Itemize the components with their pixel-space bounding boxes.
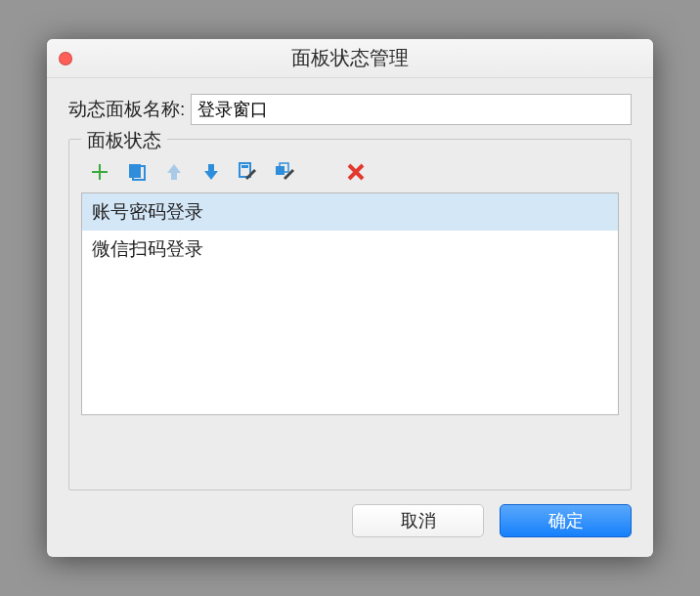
list-item[interactable]: 账号密码登录 xyxy=(82,193,618,231)
close-window-button[interactable] xyxy=(59,52,72,65)
state-toolbar xyxy=(81,151,619,192)
panel-name-label: 动态面板名称: xyxy=(68,97,185,122)
panel-name-row: 动态面板名称: xyxy=(68,94,632,125)
ok-button[interactable]: 确定 xyxy=(500,504,632,537)
list-item-label: 账号密码登录 xyxy=(92,201,203,222)
list-item-label: 微信扫码登录 xyxy=(92,238,203,259)
panel-name-input[interactable] xyxy=(191,94,632,125)
delete-state-icon[interactable] xyxy=(345,161,367,183)
state-list[interactable]: 账号密码登录 微信扫码登录 xyxy=(81,192,619,415)
window-title: 面板状态管理 xyxy=(47,45,653,71)
panel-state-legend: 面板状态 xyxy=(81,128,167,153)
add-state-icon[interactable] xyxy=(89,161,110,183)
list-item[interactable]: 微信扫码登录 xyxy=(82,231,618,268)
titlebar: 面板状态管理 xyxy=(47,39,653,78)
duplicate-state-icon[interactable] xyxy=(126,161,148,183)
traffic-lights xyxy=(59,52,115,65)
panel-state-fieldset: 面板状态 xyxy=(68,139,632,490)
edit-state-icon[interactable] xyxy=(238,161,259,183)
edit-all-states-icon[interactable] xyxy=(275,161,296,183)
svg-rect-3 xyxy=(241,165,248,168)
dialog-footer: 取消 确定 xyxy=(47,490,653,557)
dialog-window: 面板状态管理 动态面板名称: 面板状态 xyxy=(47,39,653,557)
dialog-content: 动态面板名称: 面板状态 xyxy=(47,78,653,490)
move-down-icon[interactable] xyxy=(200,161,222,183)
move-up-icon xyxy=(163,161,185,183)
cancel-button[interactable]: 取消 xyxy=(352,504,484,537)
